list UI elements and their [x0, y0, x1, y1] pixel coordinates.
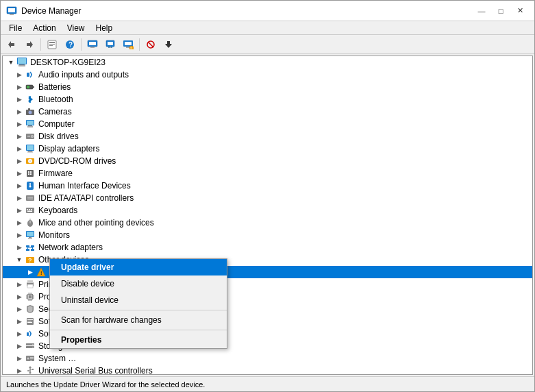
- properties-button[interactable]: [44, 37, 60, 52]
- tree-item-hid[interactable]: ▶ Human Interface Devices: [3, 180, 532, 192]
- context-menu-properties[interactable]: Properties: [50, 332, 227, 348]
- tree-item-ide[interactable]: ▶ IDE ATA/ATAPI controllers: [3, 192, 532, 204]
- hid-label: Human Interface Devices: [38, 181, 131, 191]
- monitors-expand[interactable]: ▶: [14, 230, 25, 241]
- usb-controllers-expand[interactable]: ▶: [14, 365, 25, 375]
- batteries-expand[interactable]: ▶: [14, 82, 25, 93]
- usb-warning-icon: !: [36, 267, 47, 278]
- svg-rect-29: [19, 64, 25, 65]
- tree-item-dvd[interactable]: ▶ DVD/CD-ROM drives: [3, 155, 532, 167]
- root-expand-arrow[interactable]: ▼: [5, 57, 16, 68]
- print-expand[interactable]: ▶: [14, 279, 25, 290]
- device-tree[interactable]: ▼ DESKTOP-KG9EI23 ▶: [2, 56, 533, 375]
- tree-item-disk[interactable]: ▶ Disk drives: [3, 130, 532, 143]
- tree-item-firmware[interactable]: ▶ Firmware: [3, 167, 532, 180]
- svg-rect-50: [27, 151, 33, 153]
- display-expand[interactable]: ▶: [14, 143, 25, 154]
- dvd-label: DVD/CD-ROM drives: [38, 156, 116, 166]
- storage-icon: [25, 341, 36, 352]
- menu-action[interactable]: Action: [27, 21, 61, 35]
- audio-expand[interactable]: ▶: [14, 69, 25, 80]
- maximize-button[interactable]: □: [492, 4, 510, 18]
- svg-rect-68: [29, 209, 30, 210]
- tree-item-computer[interactable]: ▶ Computer: [3, 118, 532, 130]
- minimize-button[interactable]: —: [473, 4, 490, 18]
- context-menu-disable-device[interactable]: Disable device: [50, 275, 227, 292]
- keyboards-icon: [25, 205, 36, 216]
- software-expand[interactable]: ▶: [14, 316, 25, 327]
- computer-label: Computer: [38, 119, 75, 129]
- hid-expand[interactable]: ▶: [14, 180, 25, 191]
- menu-file[interactable]: File: [3, 21, 27, 35]
- batteries-icon: [25, 82, 36, 93]
- svg-rect-40: [27, 121, 34, 125]
- bluetooth-expand[interactable]: ▶: [14, 94, 25, 105]
- network-expand[interactable]: ▶: [14, 242, 25, 253]
- cameras-expand[interactable]: ▶: [14, 106, 25, 117]
- disable-button[interactable]: [142, 37, 159, 52]
- update-driver-button[interactable]: [160, 37, 177, 52]
- security-expand[interactable]: ▶: [14, 304, 25, 315]
- processors-expand[interactable]: ▶: [14, 291, 25, 302]
- mice-expand[interactable]: ▶: [14, 217, 25, 228]
- ide-label: IDE ATA/ATAPI controllers: [38, 193, 134, 203]
- svg-rect-55: [28, 171, 29, 173]
- tree-item-bluetooth[interactable]: ▶ Bluetooth: [3, 93, 532, 106]
- svg-point-61: [29, 186, 32, 188]
- svg-rect-69: [31, 209, 32, 210]
- window-controls: — □ ✕: [473, 4, 529, 18]
- svg-text:!: !: [40, 270, 42, 276]
- tree-item-cameras[interactable]: ▶ Cameras: [3, 106, 532, 118]
- tree-item-mice[interactable]: ▶ Mice and other pointing devices: [3, 217, 532, 229]
- tree-root[interactable]: ▼ DESKTOP-KG9EI23: [3, 56, 532, 69]
- tree-item-audio[interactable]: ▶ Audio inputs and outputs: [3, 69, 532, 81]
- svg-marker-4: [27, 41, 33, 48]
- svg-rect-30: [18, 65, 25, 66]
- audio-label: Audio inputs and outputs: [38, 70, 129, 79]
- menu-view[interactable]: View: [62, 21, 90, 35]
- keyboards-label: Keyboards: [38, 206, 77, 215]
- svg-rect-67: [27, 209, 28, 210]
- tree-item-usb-controllers[interactable]: ▶ Universal Serial Bus controllers: [3, 365, 532, 375]
- svg-rect-74: [27, 232, 34, 236]
- keyboards-expand[interactable]: ▶: [14, 205, 25, 216]
- context-menu-scan[interactable]: Scan for hardware changes: [50, 312, 227, 328]
- sound-expand[interactable]: ▶: [14, 328, 25, 339]
- tree-item-display[interactable]: ▶ Display adapters: [3, 143, 532, 155]
- firmware-expand[interactable]: ▶: [14, 168, 25, 179]
- usb-other-expand[interactable]: ▶: [25, 267, 36, 278]
- ide-expand[interactable]: ▶: [14, 193, 25, 204]
- system-expand[interactable]: ▶: [14, 353, 25, 364]
- storage-expand[interactable]: ▶: [14, 341, 25, 352]
- tree-item-keyboards[interactable]: ▶ Keyboards: [3, 204, 532, 217]
- tree-item-system[interactable]: ▶ System …: [3, 352, 532, 365]
- svg-point-126: [27, 370, 29, 371]
- show-hidden-button[interactable]: !: [120, 37, 136, 52]
- tree-item-monitors[interactable]: ▶ Monitors: [3, 229, 532, 241]
- toolbar-sep-1: [40, 38, 41, 51]
- app-icon: [6, 5, 17, 16]
- help-button[interactable]: ?: [62, 37, 78, 52]
- back-button[interactable]: [3, 37, 20, 52]
- close-button[interactable]: ✕: [511, 4, 529, 18]
- svg-rect-6: [49, 42, 55, 43]
- forward-button[interactable]: [21, 37, 38, 52]
- cameras-label: Cameras: [38, 107, 72, 117]
- network-label: Network adapters: [38, 243, 103, 252]
- firmware-icon: [25, 168, 36, 179]
- devices-by-type-button[interactable]: [84, 37, 101, 52]
- audio-icon: [25, 69, 36, 80]
- svg-point-127: [29, 372, 32, 374]
- tree-item-batteries[interactable]: ▶ Batteries: [3, 81, 532, 93]
- disk-expand[interactable]: ▶: [14, 131, 25, 142]
- svg-rect-49: [28, 151, 32, 151]
- menu-help[interactable]: Help: [90, 21, 119, 35]
- tree-item-network[interactable]: ▶ Network adapters: [3, 241, 532, 254]
- context-menu-update-driver[interactable]: Update driver: [50, 259, 227, 275]
- computer-expand[interactable]: ▶: [14, 119, 25, 130]
- devices-by-connection-button[interactable]: [102, 37, 119, 52]
- svg-rect-110: [27, 322, 32, 323]
- other-expand[interactable]: ▼: [14, 254, 25, 265]
- dvd-expand[interactable]: ▶: [14, 156, 25, 167]
- context-menu-uninstall-device[interactable]: Uninstall device: [50, 292, 227, 308]
